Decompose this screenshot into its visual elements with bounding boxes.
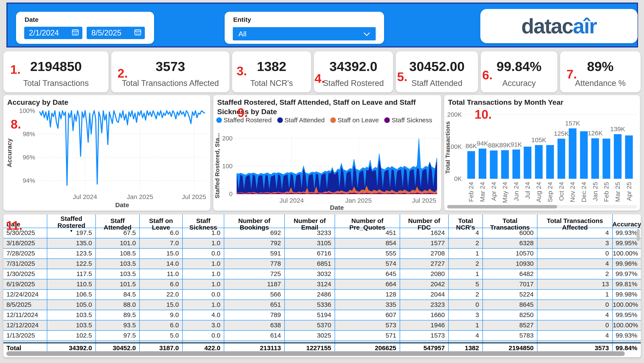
date-to-input[interactable]: 8/5/2025 [87,27,145,39]
svg-text:88K: 88K [488,142,499,149]
table-cell: 1.0 [182,300,224,310]
entity-dropdown-value: All [238,30,246,38]
svg-text:Date: Date [330,204,344,211]
annotation-number-3: 3. [237,65,247,77]
legend-item: Staff on Leave [330,116,379,124]
table-cell: 4 [537,310,612,320]
table-cell: 0.0 [182,331,224,341]
date-from-input[interactable]: 2/1/2024 [24,27,82,39]
table-cell: 1/13/2025 [4,331,47,341]
table-cell: 4 [448,228,482,238]
annotation-number-7: 7. [566,68,577,80]
table-cell: 1 [448,249,482,259]
bar-Apr 24 [490,150,498,179]
svg-text:Sep 24: Sep 24 [546,182,554,202]
bar-Jul 24 [524,147,532,179]
table-cell: 1624 [400,228,448,238]
svg-text:157K: 157K [565,120,580,127]
table-cell: 566 [224,290,284,300]
kpi-label: Total Transactions [4,79,108,88]
table-cell: 2 [537,269,612,279]
table-cell: 2708 [400,249,448,259]
table-cell: 15.0 [139,249,182,259]
table-cell: 792 [224,238,284,248]
table-vscrollbar-thumb[interactable] [637,229,640,241]
table-cell: 5 [448,279,482,289]
calendar-icon[interactable] [134,28,142,38]
table-cell: 67.5 [96,228,139,238]
annotation-number-1: 1. [10,63,20,76]
table-cell: 1573 [400,331,448,341]
legend-item: Staff Sickness [384,116,432,124]
kpi-card-4: 34392.0Staffed Rostered [314,51,393,92]
svg-text:98%: 98% [23,131,35,137]
table-cell: 664 [334,279,400,289]
table-cell: 101.0 [96,238,139,248]
svg-text:Nov 24: Nov 24 [569,182,576,202]
table-header-row: DateStaffed Rostered▼Staff AttendedStaff… [4,214,641,228]
svg-text:Apr 24: Apr 24 [490,182,497,201]
logo-card: datacaîr [480,9,638,43]
svg-text:Jan 2025: Jan 2025 [127,193,153,200]
date-filter-label: Date [24,16,38,23]
table-cell: 13 [537,279,612,289]
table-cell: 99.93% [612,331,641,341]
table-cell: 2042 [400,279,448,289]
bar-Apr 25 [625,136,633,179]
table-cell: 1/30/2025 [4,269,47,279]
table-cell: 4 [448,341,482,342]
entity-filter-card: Entity All [225,12,384,44]
table-cell: 22.0 [139,290,182,300]
table-cell: 110.5 [47,279,96,289]
table-cell: 5224 [482,290,537,300]
table-cell: 0 [537,321,612,330]
table-cell: 1 [448,321,482,330]
table-row: 1/30/2025117.5103.511.01.072530326452080… [4,269,641,279]
table-cell: 3124 [284,279,334,289]
table-cell: 6716 [284,249,334,259]
annotation-number-6: 6. [482,69,492,81]
table-cell: 6851 [284,259,334,269]
svg-text:Dec 24: Dec 24 [580,182,587,202]
table-cell: 7/28/2025 [4,249,47,259]
table-cell: 89.5 [96,310,139,320]
legend-label: Staff Attended [284,116,325,124]
table-row: 12/11/2024103.589.59.04.0789519460716603… [4,310,641,320]
svg-text:Aug 24: Aug 24 [535,182,542,202]
table-cell: 6.0 [139,279,182,289]
svg-text:Jul 2025: Jul 2025 [182,193,206,200]
table-cell: 97.5 [96,331,139,341]
table-row: 3/18/2025135.0101.07.01.0792310585415772… [4,238,641,248]
table-cell: 99.98% [612,290,641,300]
table-cell: 555 [334,249,400,259]
table-cell: 103.5 [47,321,96,330]
table-cell: 99.96% [612,259,641,269]
table-cell: 2080 [400,269,448,279]
svg-text:Jan 25: Jan 25 [592,182,599,201]
date-filter-card: Date 2/1/2024 8/5/2025 [16,12,154,44]
calendar-icon[interactable] [72,28,79,38]
bar-Jun 24 [512,150,520,179]
table-cell: 99.97% [612,269,641,279]
table-cell: 6/19/2025 [4,279,47,289]
table-row: 12/12/2024103.593.56.03.0638537057319461… [4,320,641,330]
svg-text:139K: 139K [610,125,625,133]
annotation-number-2: 2. [118,67,128,79]
table-cell: 8250 [482,310,537,320]
annotation-number-8: 8. [11,118,21,130]
entity-dropdown[interactable]: All [233,27,376,40]
kpi-label: Total Transactions Affected [111,79,229,88]
svg-text:94%: 94% [23,177,35,184]
svg-text:0: 0 [229,190,232,197]
chart-title: Total Transactions by Month Year [448,98,563,107]
bar-Mar 25 [614,134,622,179]
table-hscrollbar-thumb[interactable] [6,351,625,356]
bar-Oct 24 [558,139,565,179]
kpi-card-2: 3573Total Transactions Affected [111,51,229,92]
table-cell: 12/11/2024 [4,310,47,320]
svg-text:Jul 2024: Jul 2024 [280,197,304,204]
svg-text:Apr 25: Apr 25 [626,182,632,201]
table-body: 5/30/2025197.567.56.01.06923233451162446… [4,228,641,342]
table-cell: 1946 [400,321,448,330]
chart-title: Staffed Rostered, Staff Attended, Staff … [217,98,422,116]
